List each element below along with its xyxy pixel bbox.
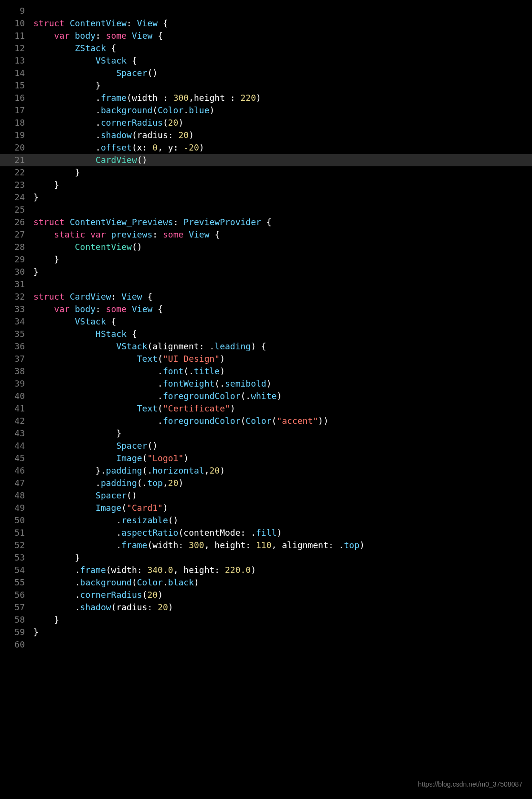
code-line[interactable]: 29 } <box>0 253 532 266</box>
code-line[interactable]: 28 ContentView() <box>0 241 532 253</box>
code-line[interactable]: 51 .aspectRatio(contentMode: .fill) <box>0 527 532 539</box>
code-line[interactable]: 36 VStack(alignment: .leading) { <box>0 340 532 353</box>
code-line[interactable]: 25 <box>0 204 532 216</box>
code-content[interactable]: .background(Color.black) <box>33 576 532 589</box>
code-line[interactable]: 33 var body: some View { <box>0 303 532 315</box>
code-line[interactable]: 57 .shadow(radius: 20) <box>0 601 532 614</box>
code-line[interactable]: 13 VStack { <box>0 54 532 67</box>
code-content[interactable]: } <box>33 614 532 626</box>
code-line[interactable]: 26struct ContentView_Previews: PreviewPr… <box>0 216 532 228</box>
code-content[interactable]: } <box>33 427 532 440</box>
code-line[interactable]: 34 VStack { <box>0 315 532 328</box>
code-line[interactable]: 53 } <box>0 551 532 564</box>
code-line[interactable]: 16 .frame(width : 300,height : 220) <box>0 92 532 104</box>
code-content[interactable]: struct CardView: View { <box>33 291 532 303</box>
code-line[interactable]: 30} <box>0 266 532 278</box>
code-line[interactable]: 18 .cornerRadius(20) <box>0 117 532 129</box>
code-line[interactable]: 23 } <box>0 179 532 191</box>
code-content[interactable]: ContentView() <box>33 241 532 253</box>
code-content[interactable]: .aspectRatio(contentMode: .fill) <box>33 527 532 539</box>
code-content[interactable]: .foregroundColor(Color("accent")) <box>33 415 532 427</box>
code-line[interactable]: 39 .fontWeight(.semibold) <box>0 378 532 390</box>
code-line[interactable]: 60 <box>0 638 532 651</box>
code-content[interactable]: var body: some View { <box>33 30 532 42</box>
code-line[interactable]: 12 ZStack { <box>0 42 532 54</box>
code-line[interactable]: 27 static var previews: some View { <box>0 228 532 241</box>
code-content[interactable]: VStack(alignment: .leading) { <box>33 340 532 353</box>
code-content[interactable]: Image("Logo1") <box>33 452 532 464</box>
code-content[interactable]: ZStack { <box>33 42 532 54</box>
code-content[interactable]: struct ContentView: View { <box>33 17 532 30</box>
code-content[interactable]: Spacer() <box>33 440 532 452</box>
code-content[interactable]: .padding(.top,20) <box>33 477 532 489</box>
code-content[interactable]: struct ContentView_Previews: PreviewProv… <box>33 216 532 228</box>
code-line[interactable]: 22 } <box>0 166 532 179</box>
code-line[interactable]: 46 }.padding(.horizontal,20) <box>0 464 532 477</box>
code-content[interactable]: }.padding(.horizontal,20) <box>33 464 532 477</box>
code-line[interactable]: 48 Spacer() <box>0 489 532 502</box>
code-line[interactable]: 10struct ContentView: View { <box>0 17 532 30</box>
code-line[interactable]: 47 .padding(.top,20) <box>0 477 532 489</box>
code-line[interactable]: 15 } <box>0 79 532 92</box>
code-content[interactable]: .background(Color.blue) <box>33 104 532 117</box>
code-content[interactable]: .frame(width: 340.0, height: 220.0) <box>33 564 532 576</box>
code-content[interactable]: } <box>33 253 532 266</box>
code-content[interactable]: } <box>33 551 532 564</box>
code-line[interactable]: 58 } <box>0 614 532 626</box>
code-content[interactable]: } <box>33 266 532 278</box>
code-line[interactable]: 43 } <box>0 427 532 440</box>
code-content[interactable]: .frame(width: 300, height: 110, alignmen… <box>33 539 532 551</box>
code-content[interactable]: Text("UI Design") <box>33 353 532 365</box>
code-line[interactable]: 59} <box>0 626 532 638</box>
code-content[interactable]: static var previews: some View { <box>33 228 532 241</box>
code-content[interactable]: Text("Certificate") <box>33 402 532 415</box>
code-content[interactable]: .cornerRadius(20) <box>33 117 532 129</box>
code-content[interactable]: .font(.title) <box>33 365 532 378</box>
code-line[interactable]: 21 CardView() <box>0 154 532 166</box>
code-line[interactable]: 49 Image("Card1") <box>0 502 532 514</box>
code-content[interactable]: CardView() <box>33 154 532 166</box>
code-line[interactable]: 19 .shadow(radius: 20) <box>0 129 532 141</box>
code-content[interactable]: .frame(width : 300,height : 220) <box>33 92 532 104</box>
code-content[interactable]: .cornerRadius(20) <box>33 589 532 601</box>
code-content[interactable]: .fontWeight(.semibold) <box>33 378 532 390</box>
code-content[interactable]: } <box>33 79 532 92</box>
code-content[interactable]: } <box>33 191 532 204</box>
code-content[interactable]: } <box>33 179 532 191</box>
code-line[interactable]: 56 .cornerRadius(20) <box>0 589 532 601</box>
code-line[interactable]: 40 .foregroundColor(.white) <box>0 390 532 402</box>
code-line[interactable]: 52 .frame(width: 300, height: 110, align… <box>0 539 532 551</box>
code-content[interactable]: VStack { <box>33 54 532 67</box>
code-line[interactable]: 50 .resizable() <box>0 514 532 527</box>
code-line[interactable]: 37 Text("UI Design") <box>0 353 532 365</box>
code-content[interactable]: HStack { <box>33 328 532 340</box>
code-line[interactable]: 35 HStack { <box>0 328 532 340</box>
code-content[interactable]: } <box>33 626 532 638</box>
code-content[interactable]: Spacer() <box>33 67 532 79</box>
code-line[interactable]: 45 Image("Logo1") <box>0 452 532 464</box>
code-line[interactable]: 20 .offset(x: 0, y: -20) <box>0 141 532 154</box>
code-editor[interactable]: 910struct ContentView: View {11 var body… <box>0 0 532 651</box>
code-line[interactable]: 11 var body: some View { <box>0 30 532 42</box>
code-line[interactable]: 9 <box>0 5 532 17</box>
code-content[interactable]: .shadow(radius: 20) <box>33 129 532 141</box>
code-content[interactable]: var body: some View { <box>33 303 532 315</box>
code-line[interactable]: 44 Spacer() <box>0 440 532 452</box>
code-line[interactable]: 17 .background(Color.blue) <box>0 104 532 117</box>
code-line[interactable]: 55 .background(Color.black) <box>0 576 532 589</box>
code-content[interactable]: .resizable() <box>33 514 532 527</box>
code-line[interactable]: 41 Text("Certificate") <box>0 402 532 415</box>
code-line[interactable]: 24} <box>0 191 532 204</box>
code-content[interactable]: VStack { <box>33 315 532 328</box>
code-content[interactable]: .offset(x: 0, y: -20) <box>33 141 532 154</box>
code-content[interactable]: Spacer() <box>33 489 532 502</box>
code-content[interactable]: .shadow(radius: 20) <box>33 601 532 614</box>
code-line[interactable]: 14 Spacer() <box>0 67 532 79</box>
code-line[interactable]: 31 <box>0 278 532 291</box>
code-line[interactable]: 32struct CardView: View { <box>0 291 532 303</box>
code-content[interactable]: .foregroundColor(.white) <box>33 390 532 402</box>
code-line[interactable]: 38 .font(.title) <box>0 365 532 378</box>
code-line[interactable]: 42 .foregroundColor(Color("accent")) <box>0 415 532 427</box>
code-content[interactable]: Image("Card1") <box>33 502 532 514</box>
code-line[interactable]: 54 .frame(width: 340.0, height: 220.0) <box>0 564 532 576</box>
